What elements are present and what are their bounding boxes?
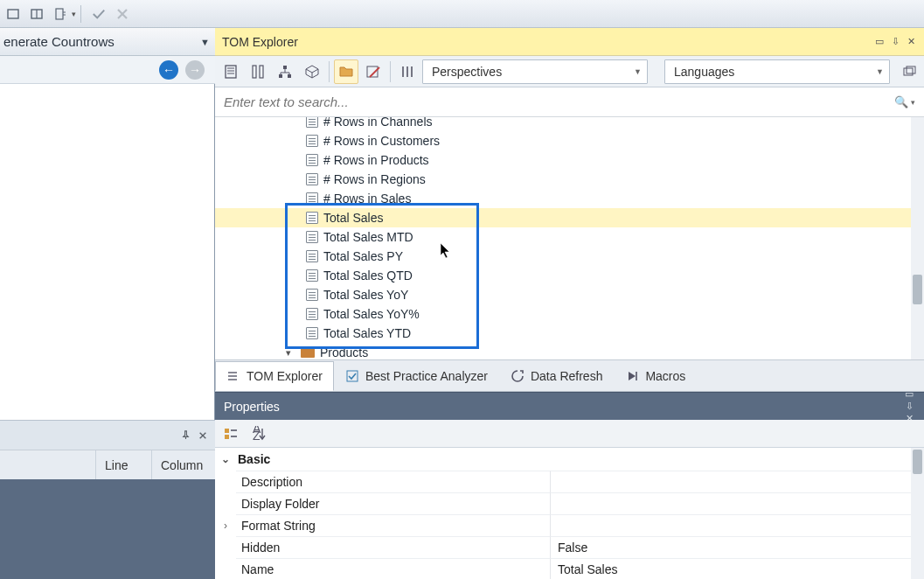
left-lower-panel (0, 479, 215, 579)
property-key: Description (236, 471, 551, 492)
tree-item-label: # Rows in Sales (323, 192, 411, 206)
columns-icon (399, 64, 415, 80)
left-pane-header[interactable]: enerate Countrows ▼ (0, 28, 215, 56)
minimize-button[interactable]: ▭ (873, 36, 886, 48)
scroll-thumb[interactable] (913, 450, 922, 474)
chevron-down-icon[interactable]: ▾ (286, 347, 291, 359)
tab-macros[interactable]: Macros (614, 361, 697, 391)
folder-view-button[interactable] (334, 59, 358, 84)
svg-rect-38 (225, 429, 229, 433)
search-input[interactable] (224, 94, 889, 109)
dropdown-arrow-icon[interactable]: ▼ (200, 37, 210, 47)
vertical-scrollbar[interactable] (911, 448, 924, 579)
tree-item-label: Total Sales MTD (323, 230, 413, 244)
tree-item[interactable]: Total Sales (215, 208, 911, 227)
left-editor-area[interactable] (0, 84, 215, 420)
property-row[interactable]: Description (215, 471, 924, 492)
view-hierarchy-button[interactable] (273, 59, 297, 84)
tree-item-label: # Rows in Products (323, 153, 429, 167)
tab-icon (345, 369, 359, 383)
status-line-label: Line (96, 450, 152, 479)
tree-item[interactable]: Total Sales PY (215, 247, 911, 266)
perspectives-dropdown[interactable]: Perspectives ▼ (422, 59, 648, 84)
tree-item[interactable]: # Rows in Customers (215, 131, 911, 150)
properties-title-bar: Properties ▭ ⇩ ✕ (215, 392, 924, 420)
property-row[interactable]: NameTotal Sales (215, 558, 924, 579)
tab-label: TOM Explorer (247, 369, 323, 383)
tree-item[interactable]: # Rows in Products (215, 150, 911, 170)
property-value[interactable]: False (551, 536, 924, 558)
status-bar: Line Column (0, 450, 215, 479)
svg-rect-14 (253, 66, 256, 78)
search-icon[interactable]: 🔍 (894, 95, 908, 108)
tree-item[interactable]: Total Sales QTD (215, 266, 911, 285)
languages-dropdown[interactable]: Languages ▼ (664, 59, 890, 84)
measure-icon (306, 117, 318, 128)
cube-icon (304, 64, 320, 80)
categorized-icon (223, 426, 239, 442)
explorer-title: TOM Explorer (222, 35, 298, 49)
tree-item[interactable]: Total Sales YoY% (215, 304, 911, 324)
toolbar-end-button[interactable] (898, 60, 921, 83)
tree-item[interactable]: # Rows in Sales (215, 189, 911, 208)
property-value[interactable] (551, 514, 924, 536)
property-value[interactable] (551, 471, 924, 492)
nav-row: ← → (0, 56, 215, 84)
view-measures-button[interactable] (219, 59, 243, 84)
tree-item[interactable]: Total Sales YoY (215, 285, 911, 304)
category-label: Basic (238, 452, 270, 466)
pin-button[interactable]: ⇩ (903, 401, 915, 413)
toolbar-button-1[interactable] (3, 4, 24, 24)
property-value[interactable]: Total Sales (551, 558, 924, 579)
tree-item-table[interactable]: ▾Products (215, 343, 911, 359)
tree-item-label: Total Sales PY (323, 249, 403, 263)
tree-item[interactable]: Total Sales YTD (215, 324, 911, 343)
chevron-down-icon: ▼ (876, 67, 884, 76)
search-dropdown-icon[interactable]: ▾ (911, 98, 915, 107)
close-button[interactable]: ✕ (905, 36, 917, 48)
measure-icon (306, 269, 318, 282)
svg-rect-35 (347, 371, 358, 381)
tab-tom-explorer[interactable]: TOM Explorer (215, 361, 334, 391)
alphabetical-button[interactable]: AZ (247, 422, 271, 445)
measure-icon (306, 192, 318, 205)
categorized-button[interactable] (219, 422, 243, 445)
columns-layout-button[interactable] (395, 59, 420, 84)
property-value[interactable] (551, 492, 924, 514)
tab-data-refresh[interactable]: Data Refresh (499, 361, 614, 391)
minimize-button[interactable]: ▭ (903, 388, 915, 401)
tree-item[interactable]: # Rows in Regions (215, 170, 911, 189)
languages-label: Languages (674, 65, 734, 79)
nav-forward-button[interactable]: → (185, 60, 205, 80)
expand-cell[interactable]: › (215, 514, 236, 536)
toolbar-button-2[interactable] (26, 4, 47, 24)
accept-button[interactable] (88, 4, 109, 24)
dropdown-arrow-icon[interactable]: ▾ (72, 10, 76, 18)
property-row[interactable]: ›Format String (215, 514, 924, 536)
toolbar-button-3[interactable] (50, 4, 71, 24)
cancel-button[interactable] (112, 4, 133, 24)
close-button[interactable] (196, 429, 210, 443)
category-row-basic[interactable]: ⌄Basic (215, 448, 924, 471)
tree-item-label: Total Sales QTD (323, 269, 413, 283)
pin-button[interactable] (178, 429, 192, 443)
column-icon (250, 64, 266, 80)
chevron-down-icon[interactable]: ⌄ (219, 453, 233, 465)
scroll-thumb[interactable] (913, 275, 922, 304)
tree-item[interactable]: # Rows in Channels (215, 117, 911, 131)
property-row[interactable]: Display Folder (215, 492, 924, 514)
vertical-scrollbar[interactable] (911, 117, 924, 359)
bottom-tabs: TOM ExplorerBest Practice AnalyzerData R… (215, 360, 924, 392)
pin-button[interactable]: ⇩ (889, 36, 901, 48)
view-partitions-button[interactable] (300, 59, 324, 84)
tab-best-practice-analyzer[interactable]: Best Practice Analyzer (334, 361, 499, 391)
tab-label: Macros (645, 369, 685, 383)
view-columns-button[interactable] (246, 59, 270, 84)
expand-cell (215, 471, 236, 492)
nav-back-button[interactable]: ← (159, 60, 178, 80)
edit-view-button[interactable] (361, 59, 386, 84)
tree-item[interactable]: Total Sales MTD (215, 227, 911, 247)
property-row[interactable]: HiddenFalse (215, 536, 924, 558)
svg-marker-36 (629, 372, 636, 380)
status-column-label: Column (152, 450, 215, 479)
